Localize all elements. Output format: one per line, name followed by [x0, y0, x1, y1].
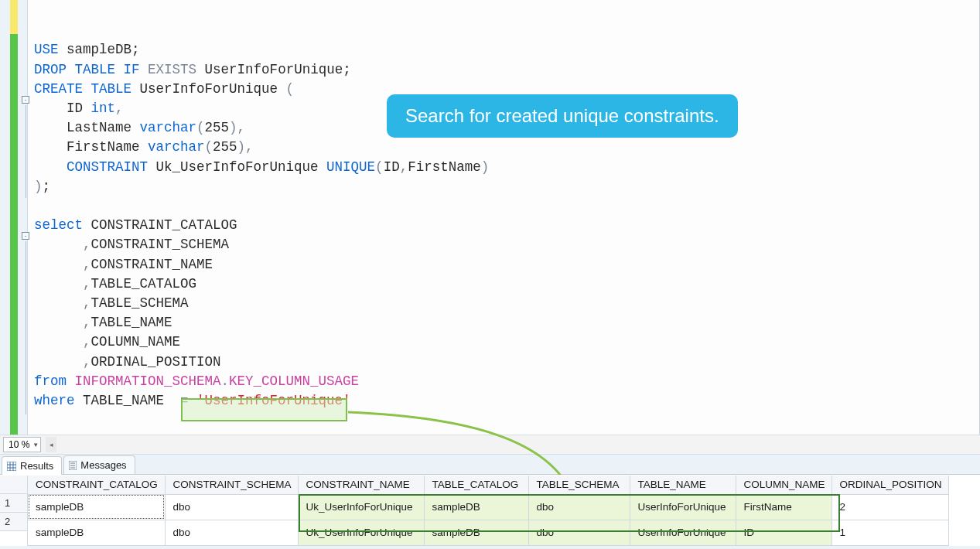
col-header[interactable]: COLUMN_NAME [736, 476, 831, 494]
cell[interactable]: dbo [165, 520, 298, 545]
cell[interactable]: Uk_UserInfoForUnique [298, 520, 424, 545]
col-header[interactable]: TABLE_CATALOG [424, 476, 528, 494]
code-area[interactable]: USE sampleDB; DROP TABLE IF EXISTS UserI… [28, 0, 489, 435]
zoom-value: 10 % [9, 439, 29, 450]
fold-line [26, 105, 26, 198]
cell[interactable]: Uk_UserInfoForUnique [298, 494, 424, 520]
cell[interactable]: 1 [831, 520, 948, 545]
row-number[interactable]: 1 [0, 494, 27, 513]
col-header[interactable]: CONSTRAINT_CATALOG [28, 476, 165, 494]
cell[interactable]: ID [736, 520, 831, 545]
fold-line [26, 241, 26, 414]
cell[interactable]: sampleDB [28, 494, 165, 520]
table-row[interactable]: sampleDBdboUk_UserInfoForUniquesampleDBd… [28, 494, 948, 520]
tab-results[interactable]: Results [2, 456, 62, 475]
col-header[interactable]: TABLE_NAME [630, 476, 736, 494]
row-number[interactable]: 2 [0, 513, 27, 531]
results-tabstrip: Results Messages [0, 455, 980, 475]
zoom-select[interactable]: 10 % ▼ [3, 437, 41, 452]
table-row[interactable]: sampleDBdboUk_UserInfoForUniquesampleDBd… [28, 520, 948, 545]
cell[interactable]: sampleDB [424, 494, 528, 520]
cell[interactable]: sampleDB [28, 520, 165, 545]
col-header[interactable]: CONSTRAINT_NAME [298, 476, 424, 494]
modified-marker [10, 0, 18, 34]
cell[interactable]: UserInfoForUnique [630, 520, 736, 545]
tab-messages[interactable]: Messages [63, 455, 135, 474]
svg-rect-0 [7, 462, 16, 471]
grid-icon [7, 462, 16, 471]
cell[interactable]: sampleDB [424, 520, 528, 545]
fold-toggle-create[interactable]: - [22, 96, 29, 104]
code-editor[interactable]: - - USE sampleDB; DROP TABLE IF EXISTS U… [0, 0, 980, 435]
cell[interactable]: dbo [165, 494, 298, 520]
zoom-bar: 10 % ▼ ◂ [0, 435, 980, 455]
cell[interactable]: dbo [528, 494, 630, 520]
cell[interactable]: FirstName [736, 494, 831, 520]
results-grid[interactable]: 1 2 CONSTRAINT_CATALOGCONSTRAINT_SCHEMAC… [0, 475, 980, 546]
cell[interactable]: dbo [528, 520, 630, 545]
document-icon [69, 461, 77, 470]
chevron-down-icon: ▼ [32, 442, 39, 448]
col-header[interactable]: CONSTRAINT_SCHEMA [165, 476, 298, 494]
cell[interactable]: 2 [831, 494, 948, 520]
results-table: CONSTRAINT_CATALOGCONSTRAINT_SCHEMACONST… [28, 476, 949, 546]
row-number-column: 1 2 [0, 476, 28, 546]
editor-gutter: - - [0, 0, 28, 435]
col-header[interactable]: TABLE_SCHEMA [528, 476, 630, 494]
cell[interactable]: UserInfoForUnique [630, 494, 736, 520]
callout-bubble: Search for created unique constraints. [387, 94, 738, 138]
fold-toggle-select[interactable]: - [22, 232, 29, 240]
saved-marker [10, 0, 18, 435]
tab-messages-label: Messages [80, 459, 126, 471]
col-header[interactable]: ORDINAL_POSITION [831, 476, 948, 494]
tab-results-label: Results [20, 460, 53, 472]
hscroll-left[interactable]: ◂ [46, 437, 56, 452]
